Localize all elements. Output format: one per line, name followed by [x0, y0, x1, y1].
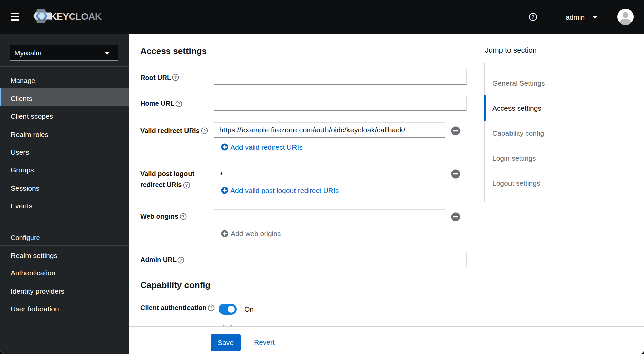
svg-text:?: ? — [174, 75, 177, 80]
svg-text:?: ? — [178, 102, 180, 106]
svg-text:?: ? — [180, 258, 182, 263]
svg-text:?: ? — [185, 183, 188, 188]
svg-text:?: ? — [203, 129, 206, 133]
svg-text:KEYCLOAK: KEYCLOAK — [50, 11, 102, 22]
svg-text:?: ? — [532, 14, 535, 20]
svg-text:?: ? — [210, 306, 213, 310]
svg-text:?: ? — [182, 214, 185, 219]
